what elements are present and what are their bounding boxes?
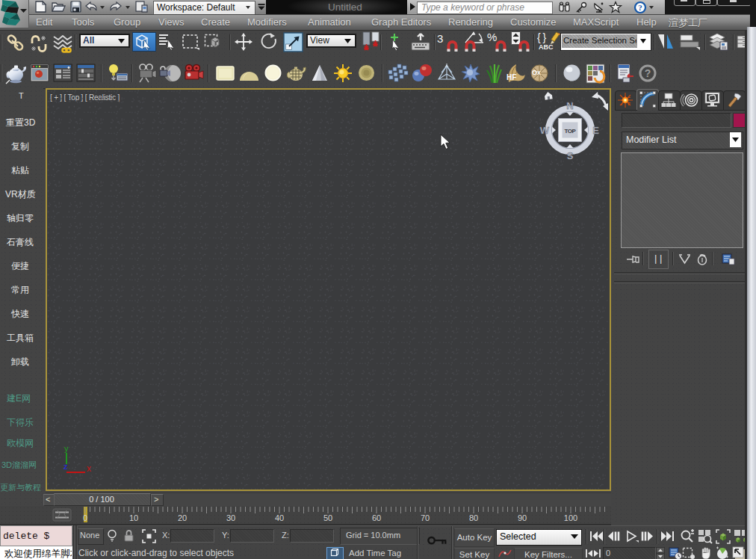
svg-text:30: 30 xyxy=(226,513,235,522)
svg-text:80: 80 xyxy=(469,513,478,522)
svg-text:E: E xyxy=(592,125,599,136)
svg-text:y: y xyxy=(64,444,69,453)
svg-text:z: z xyxy=(63,462,68,471)
svg-text:0: 0 xyxy=(83,513,87,522)
svg-text:x: x xyxy=(87,463,91,474)
svg-text:TOP: TOP xyxy=(565,128,577,135)
svg-text:S: S xyxy=(567,150,574,161)
svg-text:?: ? xyxy=(645,67,651,79)
svg-text:10: 10 xyxy=(129,513,138,522)
svg-text:?: ? xyxy=(638,3,642,12)
svg-text:90: 90 xyxy=(518,513,527,522)
svg-text:60: 60 xyxy=(372,513,381,522)
svg-text:40: 40 xyxy=(275,513,284,522)
svg-text:70: 70 xyxy=(421,513,430,522)
svg-text:50: 50 xyxy=(323,513,332,522)
svg-text:W: W xyxy=(540,125,550,136)
svg-text:N: N xyxy=(566,100,573,111)
svg-text:20: 20 xyxy=(178,513,187,522)
svg-text:100: 100 xyxy=(564,513,577,522)
